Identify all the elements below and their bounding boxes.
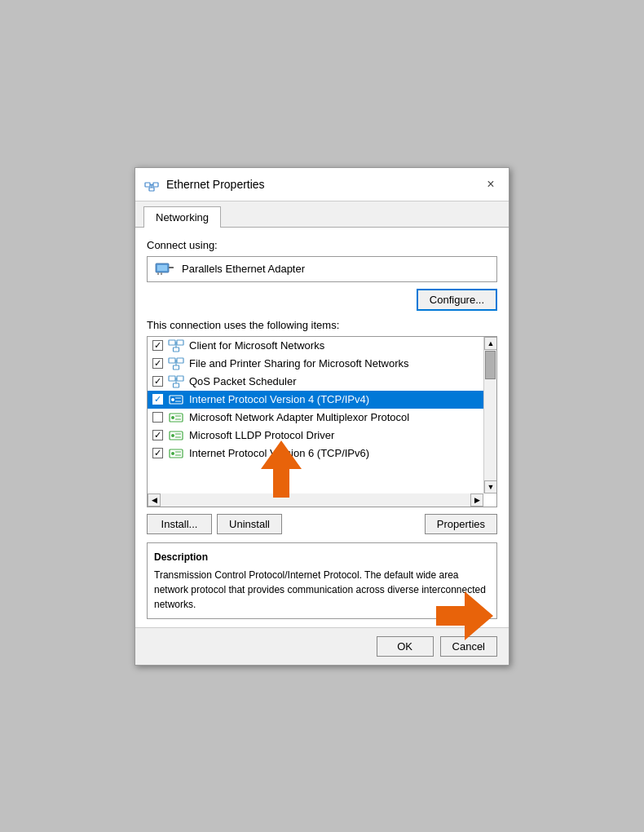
title-bar: Ethernet Properties ×: [135, 168, 509, 201]
h-scroll-track: [161, 493, 470, 507]
items-label: This connection uses the following items…: [147, 319, 497, 331]
svg-point-34: [171, 434, 174, 437]
item-icon: [168, 429, 184, 442]
item-icon: [168, 411, 184, 424]
uninstall-button[interactable]: Uninstall: [217, 514, 282, 534]
description-text: Transmission Control Protocol/Internet P…: [154, 568, 490, 612]
list-item[interactable]: ✓ QoS Packet Scheduler: [148, 373, 496, 391]
svg-rect-6: [157, 265, 167, 271]
dialog-title: Ethernet Properties: [166, 178, 481, 191]
scrollbar-thumb[interactable]: [485, 351, 496, 379]
cancel-button[interactable]: Cancel: [440, 636, 497, 657]
list-item[interactable]: ✓ Microsoft LLDP Protocol Driver: [148, 427, 496, 445]
item-checkbox[interactable]: ✓: [152, 430, 163, 440]
items-list[interactable]: ✓ Client for Microsoft Networks✓ File an…: [147, 336, 497, 507]
item-checkbox[interactable]: ✓: [152, 358, 163, 369]
dialog-body: Connect using: Parallels Ethernet Adapte…: [135, 228, 509, 627]
h-scroll-right-button[interactable]: ▶: [470, 493, 483, 507]
ethernet-icon: [143, 176, 160, 193]
item-checkbox[interactable]: ✓: [152, 394, 163, 405]
configure-button[interactable]: Configure...: [417, 289, 497, 311]
svg-point-26: [171, 398, 174, 401]
svg-rect-9: [161, 272, 162, 275]
svg-rect-8: [157, 272, 159, 275]
svg-point-30: [171, 416, 174, 419]
list-item[interactable]: ✓ Client for Microsoft Networks: [148, 337, 496, 355]
svg-rect-0: [145, 183, 150, 187]
item-icon: [168, 393, 184, 406]
item-icon: [168, 357, 184, 370]
properties-button[interactable]: Properties: [425, 514, 497, 534]
item-icon: [168, 375, 184, 388]
description-box: Description Transmission Control Protoco…: [147, 542, 497, 619]
adapter-name: Parallels Ethernet Adapter: [182, 263, 305, 275]
item-label: QoS Packet Scheduler: [189, 375, 297, 387]
ok-button[interactable]: OK: [377, 636, 434, 657]
description-title: Description: [154, 550, 490, 564]
item-checkbox[interactable]: ✓: [152, 448, 163, 458]
adapter-box: Parallels Ethernet Adapter: [147, 256, 497, 282]
scrollbar-track[interactable]: ▲ ▼: [483, 337, 496, 493]
item-label: Client for Microsoft Networks: [189, 339, 324, 352]
ethernet-properties-dialog: Ethernet Properties × Networking Connect…: [135, 167, 509, 666]
item-icon: [168, 447, 184, 460]
svg-rect-14: [174, 347, 179, 352]
svg-rect-19: [174, 365, 179, 370]
item-label: Internet Protocol Version 6 (TCP/IPv6): [189, 447, 369, 459]
adapter-icon: [154, 261, 175, 277]
tab-networking[interactable]: Networking: [143, 206, 221, 228]
svg-rect-15: [169, 358, 175, 363]
scroll-down-button[interactable]: ▼: [484, 480, 497, 493]
item-checkbox[interactable]: ✓: [152, 376, 163, 387]
h-scroll-left-button[interactable]: ◀: [148, 493, 161, 507]
ok-cancel-row: OK Cancel: [135, 627, 509, 665]
item-label: Microsoft LLDP Protocol Driver: [189, 429, 334, 441]
svg-rect-7: [169, 267, 174, 268]
item-checkbox[interactable]: [152, 412, 163, 423]
item-checkbox[interactable]: ✓: [152, 340, 163, 351]
svg-point-38: [171, 452, 174, 455]
list-item[interactable]: ✓ Internet Protocol Version 4 (TCP/IPv4): [148, 391, 496, 409]
svg-rect-24: [174, 383, 179, 387]
list-item[interactable]: Microsoft Network Adapter Multiplexor Pr…: [148, 409, 496, 427]
list-items-container: ✓ Client for Microsoft Networks✓ File an…: [148, 337, 496, 462]
configure-row: Configure...: [147, 289, 497, 311]
h-scrollbar: ◀ ▶: [148, 493, 483, 507]
item-label: Internet Protocol Version 4 (TCP/IPv4): [189, 393, 369, 405]
svg-rect-20: [169, 376, 175, 381]
item-label: Microsoft Network Adapter Multiplexor Pr…: [189, 411, 409, 423]
item-label: File and Printer Sharing for Microsoft N…: [189, 357, 408, 370]
scroll-up-button[interactable]: ▲: [484, 337, 497, 350]
svg-rect-4: [149, 188, 154, 191]
list-item[interactable]: ✓ File and Printer Sharing for Microsoft…: [148, 355, 496, 373]
close-button[interactable]: ×: [481, 175, 501, 194]
item-icon: [168, 339, 184, 352]
install-button[interactable]: Install...: [147, 514, 212, 534]
button-row: Install... Uninstall Properties: [147, 514, 497, 534]
list-item[interactable]: ✓ Internet Protocol Version 6 (TCP/IPv6): [148, 445, 496, 462]
svg-rect-1: [153, 183, 158, 187]
svg-rect-10: [169, 340, 175, 345]
svg-rect-16: [177, 358, 183, 363]
svg-rect-11: [177, 340, 183, 345]
tab-bar: Networking: [135, 201, 509, 228]
svg-rect-21: [177, 376, 183, 381]
connect-using-label: Connect using:: [147, 239, 497, 251]
